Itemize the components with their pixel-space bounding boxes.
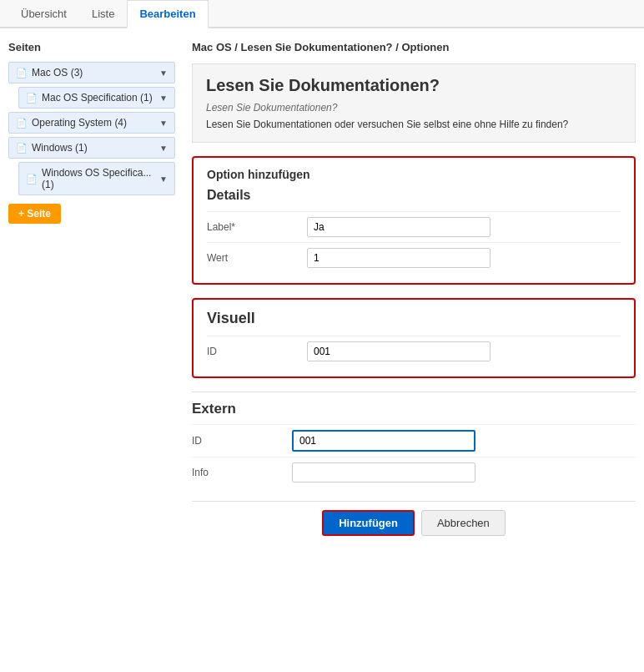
chevron-down-icon: ▼ bbox=[159, 174, 168, 184]
tab-liste[interactable]: Liste bbox=[79, 0, 127, 28]
sidebar-item-label: Mac OS (3) bbox=[32, 67, 83, 78]
buttons-row: Hinzufügen Abbrechen bbox=[192, 501, 636, 544]
form-row-label: Label* bbox=[207, 211, 621, 242]
form-row-extern-info: Info bbox=[192, 457, 636, 488]
extern-info-input[interactable] bbox=[292, 462, 475, 483]
wert-input[interactable] bbox=[307, 248, 491, 268]
breadcrumb: Mac OS / Lesen Sie Dokumentationen? / Op… bbox=[192, 41, 636, 53]
form-row-extern-id: ID bbox=[192, 424, 636, 457]
form-row-visual-id: ID bbox=[207, 336, 621, 366]
chevron-down-icon: ▼ bbox=[159, 119, 168, 128]
question-section: Lesen Sie Dokumentationen? Lesen Sie Dok… bbox=[192, 63, 636, 143]
sidebar-item-windows[interactable]: 📄 Windows (1) ▼ bbox=[8, 137, 175, 159]
visual-section: Visuell ID bbox=[192, 298, 636, 378]
chevron-down-icon: ▼ bbox=[159, 68, 168, 78]
page-icon: 📄 bbox=[16, 143, 28, 154]
extern-id-label: ID bbox=[192, 435, 292, 447]
extern-section: Extern ID Info bbox=[192, 392, 636, 488]
sidebar-item-label: Operating System (4) bbox=[32, 117, 127, 129]
form-row-wert: Wert bbox=[207, 242, 621, 273]
sidebar-item-mac-os-spec[interactable]: 📄 Mac OS Specification (1) ▼ bbox=[18, 87, 175, 109]
question-subtitle: Lesen Sie Dokumentationen? bbox=[206, 102, 621, 114]
tab-bearbeiten[interactable]: Bearbeiten bbox=[127, 0, 208, 28]
question-title: Lesen Sie Dokumentationen? bbox=[206, 76, 621, 95]
page-icon: 📄 bbox=[16, 118, 28, 129]
chevron-down-icon: ▼ bbox=[159, 144, 168, 153]
main-content: Mac OS / Lesen Sie Dokumentationen? / Op… bbox=[192, 41, 636, 544]
sidebar: Seiten 📄 Mac OS (3) ▼ 📄 Mac OS Specifica… bbox=[8, 41, 175, 544]
label-field-label: Label* bbox=[207, 221, 307, 233]
sidebar-item-mac-os[interactable]: 📄 Mac OS (3) ▼ bbox=[8, 62, 175, 83]
extern-info-label: Info bbox=[192, 467, 292, 478]
details-title: Details bbox=[207, 188, 621, 203]
sidebar-item-operating-system[interactable]: 📄 Operating System (4) ▼ bbox=[8, 112, 175, 134]
main-layout: Seiten 📄 Mac OS (3) ▼ 📄 Mac OS Specifica… bbox=[0, 28, 644, 557]
tab-ubersicht[interactable]: Übersicht bbox=[8, 0, 79, 28]
sidebar-title: Seiten bbox=[8, 41, 175, 53]
wert-field-label: Wert bbox=[207, 252, 307, 264]
tabs-bar: Übersicht Liste Bearbeiten bbox=[0, 0, 644, 28]
question-description: Lesen Sie Dokumentationen oder versuchen… bbox=[206, 119, 621, 130]
extern-title: Extern bbox=[192, 392, 636, 417]
extern-id-input[interactable] bbox=[292, 430, 475, 452]
chevron-down-icon: ▼ bbox=[159, 93, 168, 103]
option-section-title: Option hinzufügen bbox=[207, 168, 621, 181]
page-icon: 📄 bbox=[26, 93, 38, 104]
abbrechen-button[interactable]: Abbrechen bbox=[421, 510, 506, 536]
hinzufugen-button[interactable]: Hinzufügen bbox=[322, 510, 415, 536]
sidebar-item-label: Windows (1) bbox=[32, 142, 88, 154]
visual-id-input[interactable] bbox=[307, 341, 491, 361]
visual-title: Visuell bbox=[207, 310, 621, 327]
page-icon: 📄 bbox=[16, 68, 28, 78]
label-input[interactable] bbox=[307, 217, 491, 237]
visual-id-label: ID bbox=[207, 346, 307, 357]
page-icon: 📄 bbox=[26, 174, 38, 184]
sidebar-item-windows-os-spec[interactable]: 📄 Windows OS Specifica... (1) ▼ bbox=[18, 162, 175, 195]
add-page-button[interactable]: + Seite bbox=[8, 204, 61, 224]
sidebar-item-label: Windows OS Specifica... (1) bbox=[42, 167, 159, 190]
sidebar-item-label: Mac OS Specification (1) bbox=[42, 92, 153, 104]
option-section: Option hinzufügen Details Label* Wert bbox=[192, 156, 636, 285]
